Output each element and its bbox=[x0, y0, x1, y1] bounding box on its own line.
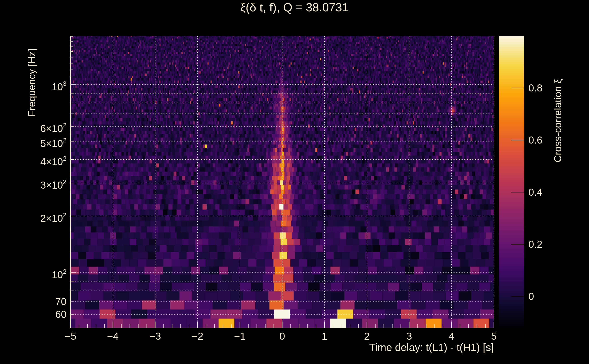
colorbar-tick-label: 0.4 bbox=[529, 186, 542, 198]
plot-title: ξ(δ t, f), Q = 38.0731 bbox=[0, 0, 589, 14]
colorbar-title: Cross-correlation ξ bbox=[551, 36, 565, 205]
x-tick-label: 3 bbox=[406, 330, 412, 342]
y-tick-label: 2×102 bbox=[40, 210, 66, 222]
y-tick-label: 5×102 bbox=[40, 135, 66, 147]
x-tick-label: −2 bbox=[192, 330, 203, 342]
x-axis-title: Time delay: t(L1) - t(H1) [s] bbox=[369, 341, 494, 354]
y-tick-label: 102 bbox=[52, 267, 66, 279]
x-tick-label: −3 bbox=[149, 330, 161, 342]
x-tick-label: 2 bbox=[364, 330, 370, 342]
colorbar-tick-label: 0 bbox=[529, 291, 534, 302]
colorbar-tick-label: 0.6 bbox=[529, 134, 542, 146]
y-tick-label: 60 bbox=[55, 308, 66, 320]
colorbar-tick-mark bbox=[511, 244, 524, 245]
colorbar-tick-mark bbox=[511, 296, 524, 297]
colorbar-tick-label: 0.2 bbox=[529, 238, 542, 250]
x-tick-label: −5 bbox=[65, 330, 76, 342]
y-tick-label: 103 bbox=[52, 79, 66, 91]
x-tick-label: 1 bbox=[321, 330, 327, 342]
colorbar bbox=[499, 36, 524, 328]
colorbar-tick-mark bbox=[511, 140, 524, 140]
y-tick-label: 4×102 bbox=[40, 154, 66, 165]
colorbar-tick-mark bbox=[511, 88, 524, 88]
x-tick-label: −1 bbox=[234, 330, 246, 342]
y-tick-label: 3×102 bbox=[40, 177, 66, 189]
x-tick-label: −4 bbox=[107, 330, 118, 342]
y-tick-label: 6×102 bbox=[40, 120, 66, 132]
colorbar-tick-mark bbox=[511, 192, 524, 192]
x-tick-label: 0 bbox=[279, 330, 285, 342]
x-tick-label: 5 bbox=[491, 330, 497, 342]
y-tick-label: 70 bbox=[55, 296, 66, 308]
x-tick-label: 4 bbox=[449, 330, 454, 342]
colorbar-tick-label: 0.8 bbox=[529, 82, 542, 94]
y-axis-title: Frequency [Hz] bbox=[26, 24, 38, 141]
